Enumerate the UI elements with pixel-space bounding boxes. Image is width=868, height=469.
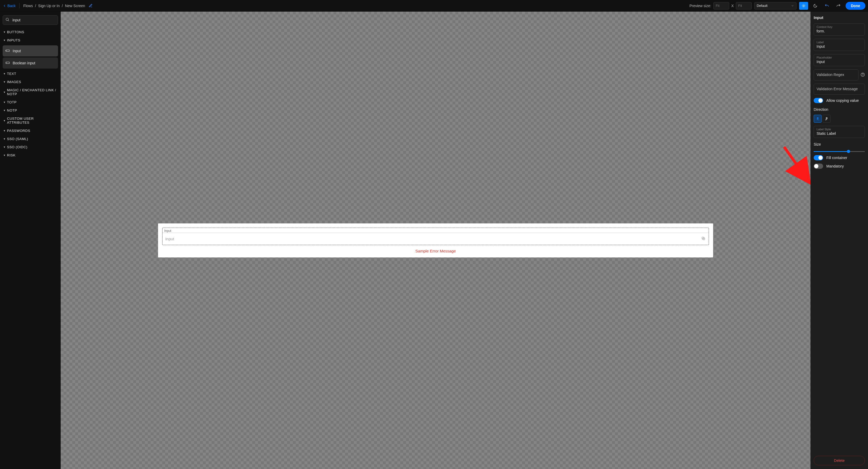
light-mode-button[interactable] — [799, 2, 808, 10]
category-label: SSO (OIDC) — [7, 145, 27, 149]
palette-item-label: Boolean input — [13, 61, 35, 65]
canvas-input-widget[interactable]: Input Input — [162, 228, 709, 245]
dark-mode-button[interactable] — [811, 2, 820, 10]
category-text[interactable]: ▾TEXT — [3, 70, 58, 78]
validation-error-placeholder: Validation Error Message — [816, 87, 858, 91]
svg-point-8 — [863, 75, 863, 76]
inspector-title: Input — [814, 15, 865, 20]
category-inputs[interactable]: ▾INPUTS — [3, 36, 58, 44]
canvas[interactable]: Input Input Sample Error Message — [61, 11, 810, 469]
category-label: TEXT — [7, 72, 17, 76]
preview-height-input[interactable] — [736, 2, 752, 9]
search-icon — [5, 18, 9, 23]
redo-icon — [836, 3, 841, 8]
preview-sep: X — [731, 4, 734, 8]
palette-item-input[interactable]: Input — [3, 45, 58, 57]
back-button[interactable]: Back — [3, 4, 16, 8]
crumb-sep: / — [62, 4, 63, 8]
svg-line-6 — [784, 147, 807, 179]
category-buttons[interactable]: ▾BUTTONS — [3, 28, 58, 36]
direction-button-group — [814, 115, 865, 123]
placeholder-field-value: Input — [816, 60, 862, 64]
breadcrumb: Back Flows / Sign Up or In / New Screen — [3, 2, 94, 10]
context-key-value: form. — [816, 29, 862, 33]
preview-size-controls: Preview size: X — [689, 2, 752, 9]
ltr-icon — [816, 117, 819, 121]
label-style-value: Static Label — [816, 131, 862, 135]
label-field[interactable]: Label Input — [814, 39, 865, 51]
crumb-sep: / — [35, 4, 36, 8]
done-button[interactable]: Done — [845, 2, 865, 10]
category-sso-saml[interactable]: ▾SSO (SAML) — [3, 135, 58, 143]
input-box-icon — [5, 60, 10, 66]
placeholder-field-label: Placeholder — [816, 56, 862, 59]
category-magic-link[interactable]: ▾MAGIC / ENCHANTED LINK / NOTP — [3, 86, 58, 98]
category-label: BUTTONS — [7, 30, 24, 34]
svg-point-0 — [803, 5, 804, 6]
allow-copy-label: Allow copying value — [826, 98, 859, 103]
redo-button[interactable] — [834, 2, 843, 10]
allow-copy-toggle-row: Allow copying value — [814, 98, 865, 103]
context-key-field[interactable]: Context Key form. — [814, 24, 865, 36]
fill-container-toggle-row: Fill container — [814, 155, 865, 160]
crumb-flows[interactable]: Flows — [23, 4, 33, 8]
category-label: PASSWORDS — [7, 129, 30, 133]
palette-item-label: Input — [13, 49, 21, 53]
validation-error-field[interactable]: Validation Error Message — [814, 84, 865, 95]
inspector: Input Context Key form. Label Input Plac… — [810, 11, 868, 469]
direction-rtl[interactable] — [823, 115, 831, 123]
input-box-icon — [5, 48, 10, 54]
undo-button[interactable] — [823, 2, 831, 10]
canvas-input-label: Input — [162, 228, 708, 233]
fill-container-toggle[interactable] — [814, 155, 823, 160]
search-input[interactable] — [3, 15, 58, 25]
allow-copy-toggle[interactable] — [814, 98, 823, 103]
category-passwords[interactable]: ▾PASSWORDS — [3, 127, 58, 135]
size-slider[interactable] — [814, 151, 865, 152]
copy-icon[interactable] — [701, 236, 706, 241]
category-notp[interactable]: ▾NOTP — [3, 106, 58, 115]
component-palette: ▾BUTTONS ▾INPUTS Input Boolean input ▾TE… — [0, 11, 61, 469]
category-label: TOTP — [7, 100, 17, 104]
category-label: IMAGES — [7, 80, 21, 84]
direction-header: Direction — [814, 107, 865, 112]
category-sso-oidc[interactable]: ▾SSO (OIDC) — [3, 143, 58, 151]
label-style-label: Label Style — [816, 128, 862, 131]
crumb-screen-name[interactable]: New Screen — [65, 4, 85, 8]
delete-button[interactable]: Delete — [814, 456, 865, 465]
category-totp[interactable]: ▾TOTP — [3, 98, 58, 106]
category-images[interactable]: ▾IMAGES — [3, 78, 58, 86]
help-icon[interactable] — [861, 72, 865, 77]
category-risk[interactable]: ▾RISK — [3, 151, 58, 159]
divider — [19, 3, 20, 8]
crumb-flow-name[interactable]: Sign Up or In — [38, 4, 60, 8]
category-label: MAGIC / ENCHANTED LINK / NOTP — [7, 88, 57, 96]
palette-item-boolean-input[interactable]: Boolean input — [3, 58, 58, 69]
rtl-icon — [825, 117, 829, 121]
category-custom-attrs[interactable]: ▾CUSTOM USER ATTRIBUTES — [3, 115, 58, 127]
canvas-error-message: Sample Error Message — [162, 249, 709, 253]
moon-icon — [813, 4, 817, 8]
preview-width-input[interactable] — [713, 2, 729, 9]
label-field-label: Label — [816, 41, 862, 44]
validation-regex-field[interactable]: Validation Regex — [814, 69, 859, 81]
topbar: Back Flows / Sign Up or In / New Screen … — [0, 0, 868, 11]
arrow-left-icon — [3, 4, 6, 8]
preview-size-label: Preview size: — [689, 4, 711, 8]
main: ▾BUTTONS ▾INPUTS Input Boolean input ▾TE… — [0, 11, 868, 469]
mandatory-toggle-row: Mandatory — [814, 163, 865, 169]
sun-icon — [802, 4, 806, 8]
label-field-value: Input — [816, 44, 862, 49]
undo-icon — [825, 3, 829, 8]
theme-select-value: Default — [757, 4, 768, 8]
mandatory-toggle[interactable] — [814, 163, 823, 169]
category-label: NOTP — [7, 108, 17, 113]
edit-icon[interactable] — [87, 2, 94, 10]
canvas-screen-card[interactable]: Input Input Sample Error Message — [158, 223, 713, 257]
placeholder-field[interactable]: Placeholder Input — [814, 54, 865, 66]
canvas-input-placeholder: Input — [165, 237, 174, 241]
label-style-field[interactable]: Label Style Static Label — [814, 126, 865, 138]
direction-ltr[interactable] — [814, 115, 822, 123]
theme-select[interactable]: Default — [754, 2, 797, 9]
category-label: INPUTS — [7, 38, 21, 42]
